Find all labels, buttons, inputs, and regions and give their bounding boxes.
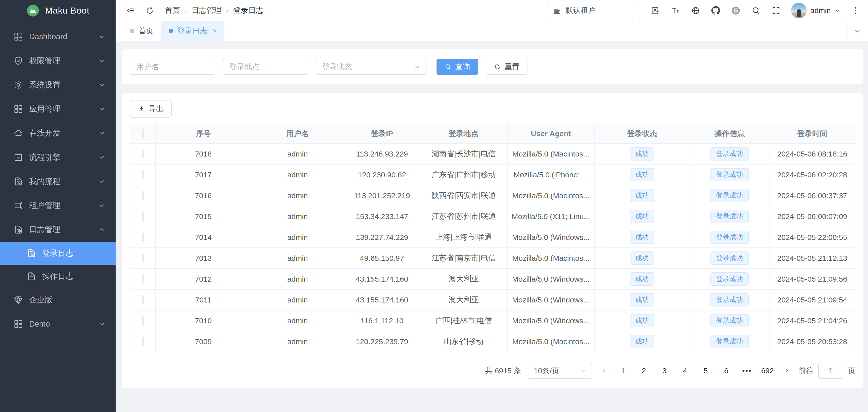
filter-card: 登录状态 查询 重置 [122,49,863,85]
row-checkbox[interactable] [143,191,144,200]
page-number[interactable]: 2 [637,367,651,375]
sidebar-item-demo[interactable]: Demo [0,312,116,336]
tab-dropdown-button[interactable] [846,21,868,41]
page-number[interactable]: 1 [616,367,630,375]
status-badge: 成功 [630,210,654,223]
table-row[interactable]: 7014 admin 139.227.74.229 上海|上海市|联通 Mozi… [130,227,856,248]
cell-location: 广西|桂林市|电信 [420,311,508,331]
cell-time: 2024-05-06 02:20:28 [770,164,856,185]
operation-badge: 登录成功 [710,189,749,202]
sidebar-item-my-process[interactable]: 我的流程 [0,169,116,193]
tab-login-log[interactable]: 登录日志 × [161,21,224,41]
row-checkbox[interactable] [143,337,144,346]
row-checkbox[interactable] [143,233,144,242]
prev-page-button[interactable] [599,368,610,374]
column-header-username: 用户名 [251,124,344,144]
cell-username: admin [251,144,344,164]
table-row[interactable]: 7017 admin 120.230.90.62 广东省|广州市|移动 Mozi… [130,164,856,185]
table-row[interactable]: 7010 admin 116.1.112.10 广西|桂林市|电信 Mozill… [130,311,856,331]
row-checkbox[interactable] [143,295,144,305]
tenant-select[interactable]: 默认租户 [547,3,640,18]
status-badge: 成功 [630,293,654,306]
status-badge: 成功 [630,168,654,181]
page-size-select[interactable]: 10条/页 [528,363,592,379]
more-vertical-icon[interactable] [850,5,861,15]
sidebar-item-dashboard[interactable]: Dashboard [0,25,116,49]
page-number[interactable]: 4 [678,367,692,375]
search-icon[interactable] [751,5,761,15]
chevron-down-icon [834,7,840,13]
row-checkbox[interactable] [143,253,144,263]
sidebar-item-login-log[interactable]: 登录日志 [0,242,116,265]
cell-id: 7017 [156,164,251,185]
table-row[interactable]: 7018 admin 113.246.93.229 湖南省|长沙市|电信 Moz… [130,144,856,164]
sidebar-item-app-management[interactable]: 应用管理 [0,97,116,121]
table-row[interactable]: 7016 admin 113.201.252.219 陕西省|西安市|联通 Mo… [130,185,856,206]
page-number[interactable]: 6 [719,367,733,375]
page-number[interactable]: 3 [657,367,672,375]
translate-icon[interactable] [650,5,660,15]
table-row[interactable]: 7015 admin 153.34.233.147 江苏省|苏州市|联通 Moz… [130,206,856,227]
cell-user-agent: Mozilla/5.0 (Windows... [508,311,595,331]
export-button[interactable]: 导出 [130,100,172,118]
tab-home[interactable]: 首页 [122,21,161,41]
row-checkbox[interactable] [143,316,144,325]
user-menu[interactable]: admin [791,3,840,18]
search-button[interactable]: 查询 [436,59,478,75]
goto-suffix: 页 [848,366,856,376]
grid-icon [13,319,24,329]
row-checkbox[interactable] [143,212,144,221]
login-log-table: 序号 用户名 登录IP 登录地点 User Agent 登录状态 操作信息 登录… [130,124,856,352]
sidebar-item-log-management[interactable]: 日志管理 [0,218,116,242]
pagination-ellipsis[interactable]: ••• [740,367,754,375]
next-page-button[interactable] [781,368,792,374]
login-location-input[interactable] [223,59,308,75]
goto-label: 前往 [799,366,814,376]
operation-badge: 登录成功 [710,293,749,306]
breadcrumb-log-management[interactable]: 日志管理 [191,5,222,15]
operation-badge: 登录成功 [710,147,749,160]
refresh-icon[interactable] [145,5,155,15]
reset-button[interactable]: 重置 [486,59,527,75]
font-size-icon[interactable] [671,5,681,15]
select-all-checkbox[interactable] [143,129,144,138]
cell-id: 7014 [156,227,251,248]
sidebar-item-operation-log[interactable]: 操作日志 [0,265,116,288]
table-row[interactable]: 7009 admin 120.225.239.79 山东省|移动 Mozilla… [130,331,856,352]
login-status-select[interactable]: 登录状态 [316,59,427,75]
cell-user-agent: Mozilla/5.0 (Macintos... [508,185,595,206]
sidebar-collapse-icon[interactable] [126,5,136,15]
sidebar-item-workflow[interactable]: 流程引擎 [0,145,116,169]
sidebar-item-enterprise[interactable]: 企业版 [0,288,116,312]
table-row[interactable]: 7013 admin 49.65.150.97 江苏省|南京市|电信 Mozil… [130,248,856,269]
cell-user-agent: Mozilla/5.0 (Windows... [508,290,595,311]
page-number-last[interactable]: 692 [761,367,775,375]
chevron-down-icon [98,154,105,161]
cell-time: 2024-05-05 21:12:13 [770,248,856,269]
table-row[interactable]: 7011 admin 43.155.174.160 澳大利亚 Mozilla/5… [130,290,856,311]
sidebar-item-system-settings[interactable]: 系统设置 [0,73,116,97]
chevron-down-icon [580,368,586,374]
cell-username: admin [251,331,344,352]
download-icon [138,105,145,112]
row-checkbox[interactable] [143,149,144,159]
app-logo[interactable]: Maku Boot [0,0,116,21]
username-input[interactable] [130,59,215,75]
cell-ip: 153.34.233.147 [344,206,420,227]
sidebar-item-tenant[interactable]: 租户管理 [0,193,116,218]
gitee-icon[interactable] [731,5,741,15]
sidebar-item-online-dev[interactable]: 在线开发 [0,121,116,145]
document-check-icon [13,224,24,235]
row-checkbox[interactable] [143,274,144,284]
row-checkbox[interactable] [143,170,144,179]
fullscreen-icon[interactable] [771,5,781,15]
close-icon[interactable]: × [212,27,217,35]
goto-page-input[interactable] [818,363,843,379]
tab-dot [130,29,134,33]
globe-icon[interactable] [690,5,701,15]
table-row[interactable]: 7012 admin 43.155.174.160 澳大利亚 Mozilla/5… [130,269,856,290]
github-icon[interactable] [711,5,721,15]
page-number[interactable]: 5 [699,367,713,375]
sidebar-item-permission[interactable]: 权限管理 [0,49,116,73]
breadcrumb-home[interactable]: 首页 [165,5,180,15]
